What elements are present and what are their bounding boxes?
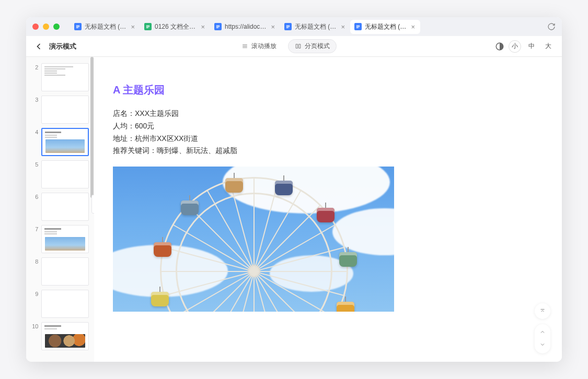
svg-rect-6 (216, 26, 220, 26)
thumbnail-row: 6 (26, 191, 94, 223)
thumbnail-row: 2 (26, 61, 94, 93)
thumbnail[interactable] (41, 322, 89, 350)
thumbnail[interactable] (41, 257, 89, 286)
zoom-small-button[interactable]: 小 (509, 40, 521, 53)
back-button[interactable] (33, 41, 44, 52)
gondola (317, 208, 335, 222)
thumbnail-number: 5 (31, 160, 38, 168)
tab-label: 0126 文档全量功 (155, 22, 197, 31)
maximize-window-button[interactable] (53, 23, 60, 30)
thumbnail[interactable] (41, 193, 89, 221)
document-canvas: A 主题乐园 店名：XXX主题乐园人均：600元地址：杭州市XX区XX街道推荐关… (94, 57, 562, 362)
tab[interactable]: 无标题文档 (57)× (70, 20, 140, 34)
toolbar: 演示模式 滚动播放 分页模式 小 中 大 (26, 36, 562, 57)
svg-rect-2 (76, 28, 78, 28)
thumbnail-row: 10 (26, 320, 94, 352)
tab-strip: 无标题文档 (57)×0126 文档全量功×https://alidocs.d…… (70, 20, 543, 34)
tab-label: 无标题文档 (59) (295, 22, 337, 31)
thumbnail-number: 6 (31, 193, 38, 200)
doc-icon (284, 23, 292, 30)
zoom-large-button[interactable]: 大 (542, 40, 555, 53)
thumbnail[interactable] (41, 160, 89, 188)
close-icon[interactable]: × (340, 23, 346, 31)
svg-rect-3 (146, 26, 149, 26)
gondola (275, 181, 293, 195)
svg-rect-10 (286, 27, 290, 27)
thumbnail-number: 3 (31, 96, 38, 103)
thumbnail-number: 10 (31, 322, 38, 329)
svg-rect-7 (216, 27, 220, 27)
presentation-mode-label: 演示模式 (49, 42, 76, 51)
svg-rect-5 (146, 28, 148, 28)
doc-icon (74, 23, 82, 30)
thumbnail[interactable] (41, 96, 89, 124)
thumbnail-row: 3 (26, 93, 94, 126)
scroll-play-label: 滚动播放 (251, 42, 276, 51)
doc-icon (214, 23, 222, 30)
thumbnail-number: 4 (31, 128, 38, 135)
close-icon[interactable]: × (270, 23, 276, 31)
thumbnail[interactable] (41, 128, 89, 156)
close-icon[interactable]: × (200, 23, 206, 31)
svg-rect-12 (356, 26, 360, 26)
tab[interactable]: https://alidocs.d…× (210, 20, 280, 33)
thumbnail-row: 4 (26, 126, 94, 158)
thumbnail[interactable] (41, 63, 89, 91)
tab-label: https://alidocs.d… (225, 23, 267, 30)
content-area: 2345678910 A 主题乐园 店名：XXX主题乐园人均：600元地址：杭州… (26, 57, 562, 362)
gondola (339, 252, 357, 267)
thumbnail-number: 7 (31, 225, 38, 232)
gondola (337, 302, 354, 312)
thumbnail-sidebar: 2345678910 (26, 57, 94, 362)
doc-icon (354, 23, 362, 30)
scroll-top-button[interactable] (535, 303, 550, 319)
titlebar: 无标题文档 (57)×0126 文档全量功×https://alidocs.d…… (26, 17, 562, 36)
app-window: 无标题文档 (57)×0126 文档全量功×https://alidocs.d…… (26, 17, 562, 362)
next-page-button[interactable] (538, 339, 547, 351)
document-image (113, 167, 394, 312)
thumbnail[interactable] (41, 290, 89, 318)
svg-rect-1 (76, 27, 79, 27)
thumbnail-row: 8 (26, 255, 94, 288)
sidebar-collapse-handle[interactable] (91, 195, 94, 214)
doc-text-line: 地址：杭州市XX区XX街道 (113, 133, 543, 145)
doc-text-line: 人均：600元 (113, 120, 543, 133)
refresh-icon[interactable] (547, 22, 556, 31)
doc-heading: A 主题乐园 (113, 83, 543, 97)
minimize-window-button[interactable] (43, 23, 49, 30)
close-icon[interactable]: × (130, 23, 136, 31)
thumbnail-row: 7 (26, 223, 94, 255)
svg-rect-14 (356, 28, 359, 28)
scroll-play-button[interactable]: 滚动播放 (235, 39, 283, 53)
thumbnail[interactable] (41, 225, 89, 253)
doc-text-line: 店名：XXX主题乐园 (113, 108, 543, 120)
tab-label: 无标题文档 (57) (85, 22, 126, 31)
tab-label: 无标题文档 (60) (365, 22, 407, 31)
svg-rect-0 (76, 26, 79, 26)
svg-rect-11 (286, 28, 289, 28)
thumbnail-number: 9 (31, 290, 38, 297)
close-icon[interactable]: × (410, 23, 416, 31)
contrast-icon[interactable] (495, 42, 504, 51)
zoom-medium-button[interactable]: 中 (525, 40, 538, 53)
thumbnail-row: 9 (26, 288, 94, 320)
page-nav-pill (535, 324, 550, 353)
tab[interactable]: 无标题文档 (60)× (350, 20, 420, 34)
gondola (151, 292, 169, 306)
svg-rect-4 (146, 27, 149, 27)
svg-rect-9 (286, 26, 290, 26)
close-window-button[interactable] (32, 23, 39, 30)
page-mode-label: 分页模式 (305, 42, 330, 51)
svg-rect-13 (356, 27, 360, 27)
floating-controls (535, 303, 550, 353)
thumbnail-number: 8 (31, 257, 38, 265)
tab[interactable]: 0126 文档全量功× (140, 20, 210, 34)
prev-page-button[interactable] (538, 327, 547, 338)
page-mode-button[interactable]: 分页模式 (288, 39, 337, 53)
tab[interactable]: 无标题文档 (59)× (280, 20, 350, 34)
thumbnail-row: 5 (26, 158, 94, 191)
gondola (154, 242, 171, 257)
thumbnail-number: 2 (31, 63, 38, 70)
gondola (225, 178, 243, 193)
doc-text-line: 推荐关键词：嗨到爆、新玩法、超减脂 (113, 145, 543, 157)
